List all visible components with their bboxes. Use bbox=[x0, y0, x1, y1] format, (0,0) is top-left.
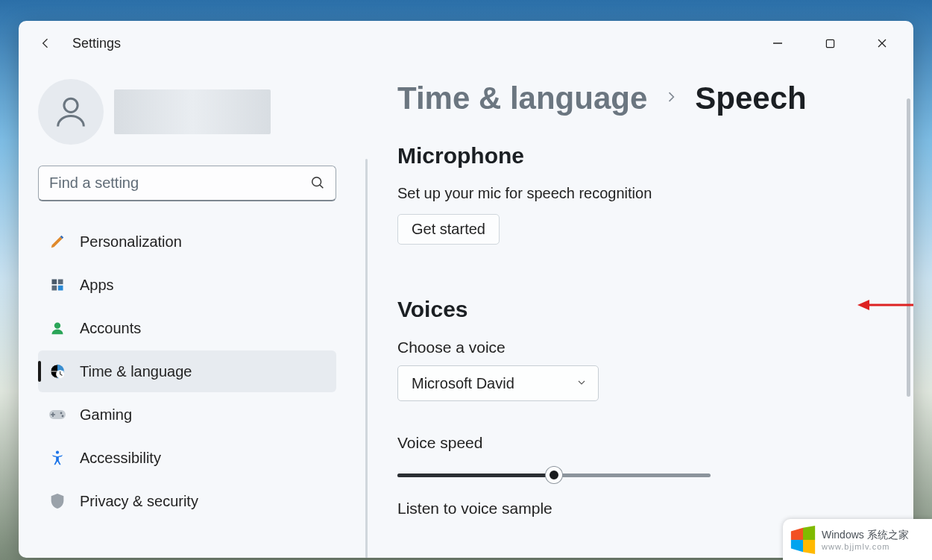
avatar bbox=[38, 79, 104, 145]
watermark-url: www.bjjmlv.com bbox=[822, 542, 909, 551]
sidebar-item-time-language[interactable]: Time & language bbox=[38, 350, 336, 392]
sidebar-item-label: Privacy & security bbox=[80, 493, 198, 510]
sidebar-item-label: Accessibility bbox=[80, 450, 161, 467]
globe-clock-icon bbox=[48, 362, 66, 380]
voice-select-value: Microsoft David bbox=[412, 375, 514, 392]
content-pane: Time & language Speech Microphone Set up… bbox=[362, 66, 913, 558]
sidebar-item-accounts[interactable]: Accounts bbox=[38, 307, 336, 349]
svg-point-17 bbox=[56, 451, 59, 454]
svg-point-4 bbox=[64, 98, 78, 112]
shield-icon bbox=[48, 492, 66, 510]
sidebar-item-gaming[interactable]: Gaming bbox=[38, 394, 336, 435]
svg-rect-8 bbox=[58, 280, 63, 285]
microphone-description: Set up your mic for speech recognition bbox=[397, 185, 906, 202]
account-block[interactable] bbox=[38, 79, 354, 145]
slider-fill bbox=[397, 474, 554, 477]
gamepad-icon bbox=[48, 406, 66, 424]
app-title: Settings bbox=[72, 36, 121, 51]
person-icon bbox=[51, 92, 90, 131]
sidebar-item-personalization[interactable]: Personalization bbox=[38, 221, 336, 262]
apps-icon bbox=[48, 276, 66, 294]
scrollbar[interactable] bbox=[907, 98, 910, 397]
watermark-brand: Windows 系统之家 bbox=[822, 528, 909, 542]
account-name-redacted bbox=[114, 89, 271, 134]
voices-heading: Voices bbox=[397, 297, 906, 322]
windows-logo-icon bbox=[787, 524, 819, 556]
listen-sample-label: Listen to voice sample bbox=[397, 500, 906, 517]
slider-thumb[interactable] bbox=[546, 467, 562, 483]
maximize-button[interactable] bbox=[815, 31, 845, 55]
svg-line-6 bbox=[320, 185, 323, 188]
breadcrumb-parent[interactable]: Time & language bbox=[397, 81, 647, 116]
watermark: Windows 系统之家 www.bjjmlv.com bbox=[783, 519, 932, 560]
desktop-background: Settings bbox=[0, 0, 932, 560]
choose-voice-label: Choose a voice bbox=[397, 339, 906, 356]
search-input[interactable] bbox=[38, 166, 336, 201]
titlebar: Settings bbox=[19, 21, 913, 66]
svg-marker-23 bbox=[803, 540, 815, 554]
svg-rect-10 bbox=[58, 286, 63, 291]
content-left-divider bbox=[365, 159, 368, 558]
breadcrumb: Time & language Speech bbox=[397, 81, 906, 116]
close-button[interactable] bbox=[867, 31, 897, 55]
back-arrow-icon bbox=[38, 36, 53, 51]
sidebar: Personalization Apps Accounts bbox=[19, 66, 362, 558]
maximize-icon bbox=[825, 39, 835, 48]
svg-point-15 bbox=[60, 412, 63, 415]
settings-window: Settings bbox=[19, 21, 913, 558]
microphone-heading: Microphone bbox=[397, 143, 906, 169]
svg-marker-20 bbox=[791, 527, 803, 539]
accessibility-icon bbox=[48, 449, 66, 467]
svg-point-5 bbox=[312, 177, 321, 186]
minimize-icon bbox=[772, 38, 783, 48]
sidebar-item-label: Time & language bbox=[80, 363, 192, 380]
svg-point-16 bbox=[62, 415, 64, 418]
sidebar-item-label: Gaming bbox=[80, 406, 132, 424]
svg-rect-9 bbox=[52, 286, 57, 291]
get-started-button[interactable]: Get started bbox=[397, 214, 500, 245]
sidebar-item-privacy[interactable]: Privacy & security bbox=[38, 480, 336, 522]
paintbrush-icon bbox=[48, 233, 66, 251]
minimize-button[interactable] bbox=[763, 31, 793, 55]
voice-speed-label: Voice speed bbox=[397, 434, 906, 452]
sidebar-item-label: Apps bbox=[80, 277, 114, 294]
sidebar-item-label: Personalization bbox=[80, 233, 182, 251]
voice-speed-slider[interactable] bbox=[397, 467, 711, 482]
accounts-icon bbox=[48, 319, 66, 337]
svg-rect-1 bbox=[826, 40, 834, 47]
chevron-right-icon bbox=[664, 89, 678, 107]
back-button[interactable] bbox=[35, 33, 56, 54]
svg-point-11 bbox=[54, 323, 60, 329]
nav-list: Personalization Apps Accounts bbox=[38, 221, 336, 522]
sidebar-item-accessibility[interactable]: Accessibility bbox=[38, 437, 336, 479]
svg-marker-21 bbox=[803, 526, 815, 540]
svg-marker-22 bbox=[791, 540, 803, 552]
chevron-down-icon bbox=[576, 375, 588, 392]
sidebar-item-apps[interactable]: Apps bbox=[38, 264, 336, 306]
close-icon bbox=[877, 38, 887, 48]
breadcrumb-current: Speech bbox=[695, 81, 806, 116]
search-icon bbox=[309, 174, 326, 194]
voice-select[interactable]: Microsoft David bbox=[397, 365, 599, 401]
sidebar-item-label: Accounts bbox=[80, 320, 141, 337]
svg-rect-7 bbox=[52, 280, 57, 285]
